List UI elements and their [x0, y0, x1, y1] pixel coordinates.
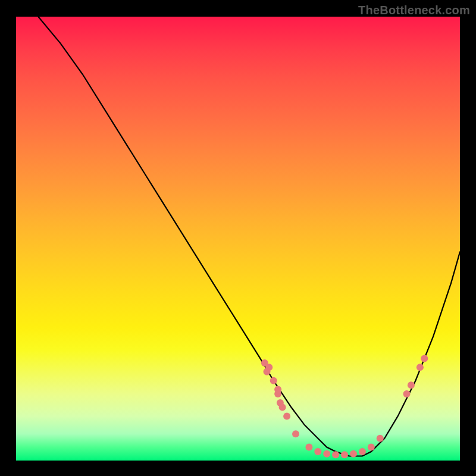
dot	[403, 390, 411, 397]
dot	[332, 451, 339, 458]
attribution-text: TheBottleneck.com	[358, 4, 470, 17]
dot	[314, 448, 321, 455]
dot	[368, 444, 375, 451]
dot	[350, 450, 357, 458]
dot	[341, 451, 348, 458]
dot	[279, 404, 286, 411]
curve-svg	[16, 17, 460, 461]
bottleneck-curve	[38, 17, 460, 456]
dot	[416, 364, 424, 371]
dot	[323, 450, 330, 458]
dot	[283, 412, 290, 419]
chart-container: TheBottleneck.com	[0, 0, 476, 476]
dot	[305, 444, 312, 451]
plot-area	[16, 17, 460, 461]
dot	[264, 368, 271, 375]
dot	[377, 435, 384, 442]
dot	[408, 381, 415, 389]
dot	[421, 355, 428, 362]
dot	[274, 390, 281, 397]
dot	[270, 377, 277, 384]
dot	[359, 448, 366, 455]
dot	[292, 430, 299, 437]
